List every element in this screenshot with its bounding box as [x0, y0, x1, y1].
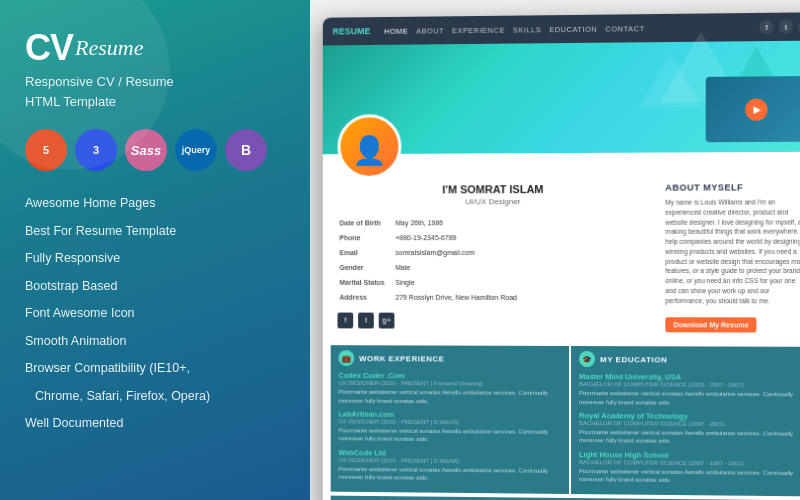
label: Address — [339, 291, 393, 304]
badge-sass: Sass — [125, 129, 167, 171]
logo-area: CV Resume — [25, 30, 285, 66]
section-header: 💼 WORK EXPERIENCE — [339, 350, 562, 367]
profile-title: UI/UX Designer — [338, 197, 651, 207]
table-row: Phone +880-19-2345-6789 — [339, 231, 648, 244]
logo-cv: CV — [25, 30, 73, 66]
profile-right: ABOUT MYSELF My name is Louis Williams a… — [665, 182, 800, 333]
exp-desc: Poormante websitener vertical sonatas Ae… — [339, 388, 562, 406]
table-row: Email somratsislam@gmail.com — [339, 246, 648, 259]
social-gp-icon[interactable]: g+ — [379, 312, 395, 328]
social-icon-fb[interactable]: f — [759, 20, 773, 34]
education-panel: 🎓 MY EDUCATION Master Mind University, U… — [571, 346, 800, 496]
features-list: Awesome Home Pages Best For Resume Templ… — [25, 193, 285, 435]
edu-desc: Poormante websitener vertical sonatas Ae… — [579, 389, 800, 407]
badge-css3: 3 — [75, 129, 117, 171]
exp-desc: Poormante websitener vertical sonatas Ae… — [339, 465, 562, 484]
edu-desc: Poormante websitener vertical sonatas Ae… — [579, 428, 800, 447]
exp-period: UX DESIGNER (2010 - PRESENT | S WEAR) — [339, 418, 562, 425]
exp-period: UX DESIGNER (2010 - PRESENT | S WEAR) — [339, 457, 562, 465]
nav-link-about[interactable]: ABOUT — [416, 26, 444, 35]
exp-period: UX DESIGNER (2010 - PRESENT | Frontend D… — [339, 380, 562, 387]
table-row: Address 279 Rosslyn Drive, New Hamilton … — [339, 291, 648, 304]
label: Date of Birth — [339, 216, 393, 229]
feature-item: Well Documented — [25, 413, 285, 435]
skills-section: PROFESSIONAL SKILLS & LANGUAGES SKILLS A… — [331, 495, 800, 500]
edu-period: BACHELOR OF COMPUTER SCIENCE (2003 - 200… — [579, 381, 800, 388]
avatar: 👤 — [338, 114, 402, 179]
social-fb-icon[interactable]: f — [338, 312, 354, 328]
download-resume-button[interactable]: Download My Resume — [665, 317, 756, 332]
about-title: ABOUT MYSELF — [665, 182, 800, 193]
table-row: Date of Birth May 26th, 1986 — [339, 216, 648, 230]
browser-mockup: RESUME HOME ABOUT EXPERIENCE SKILLS EDUC… — [323, 12, 800, 500]
profile-info: I'M SOMRAT ISLAM UI/UX Designer Date of … — [323, 152, 800, 341]
hero-section: 👤 ▶ — [323, 41, 800, 155]
video-thumbnail[interactable]: ▶ — [706, 76, 800, 142]
feature-item: Best For Resume Template — [25, 221, 285, 243]
label: Gender — [339, 261, 393, 274]
feature-item: Font Awesome Icon — [25, 303, 285, 325]
value: 279 Rosslyn Drive, New Hamilton Road — [395, 291, 648, 304]
graduation-icon: 🎓 — [579, 351, 595, 367]
feature-item: Chrome, Safari, Firefox, Opera) — [25, 386, 285, 408]
briefcase-icon: 💼 — [339, 350, 355, 366]
value: somratsislam@gmail.com — [395, 246, 648, 259]
feature-item: Fully Responsive — [25, 248, 285, 270]
nav-link-skills[interactable]: SKILLS — [513, 25, 541, 34]
edu-desc: Poormante websitener vertical sonatas Ae… — [579, 467, 800, 486]
exp-item-2: WebCode Ltd UX DESIGNER (2010 - PRESENT … — [339, 448, 562, 484]
edu-period: BACHELOR OF COMPUTER SCIENCE (1997 - 199… — [579, 459, 800, 467]
feature-item: Bootstrap Based — [25, 276, 285, 298]
label: Phone — [339, 231, 393, 244]
exp-item-1: LabArtisan.com UX DESIGNER (2010 - PRESE… — [339, 410, 562, 445]
edu-item-1: Royal Academy of Technology BACHELOR OF … — [579, 411, 800, 447]
avatar-icon: 👤 — [352, 134, 386, 167]
work-experience-panel: 💼 WORK EXPERIENCE Codex Coder .Com UX DE… — [331, 345, 569, 493]
avatar-container: 👤 — [338, 114, 402, 179]
nav-logo: RESUME — [333, 26, 371, 36]
label: Email — [339, 246, 393, 259]
nav-bar: RESUME HOME ABOUT EXPERIENCE SKILLS EDUC… — [323, 12, 800, 45]
exp-desc: Poormante websitener vertical sonatas Ae… — [339, 426, 562, 444]
exp-item-0: Codex Coder .Com UX DESIGNER (2010 - PRE… — [339, 371, 562, 406]
tech-badges: 5 3 Sass jQuery B — [25, 129, 285, 171]
tagline: Responsive CV / Resume HTML Template — [25, 72, 285, 111]
badge-jquery: jQuery — [175, 129, 217, 171]
social-icon-tw[interactable]: t — [779, 20, 793, 34]
value: Single — [395, 276, 648, 289]
profile-left: I'M SOMRAT ISLAM UI/UX Designer Date of … — [338, 183, 651, 333]
edu-period: BACHELOR OF COMPUTER SCIENCE (1997 - 200… — [579, 420, 800, 428]
profile-table: Date of Birth May 26th, 1986 Phone +880-… — [338, 214, 651, 307]
nav-link-home[interactable]: HOME — [384, 26, 408, 35]
edu-section-title: MY EDUCATION — [600, 355, 667, 364]
badge-html5: 5 — [25, 129, 67, 171]
value: +880-19-2345-6789 — [395, 231, 648, 244]
section-row: 💼 WORK EXPERIENCE Codex Coder .Com UX DE… — [323, 345, 800, 496]
nav-link-education[interactable]: EDUCATION — [549, 24, 597, 34]
logo-resume: Resume — [75, 35, 143, 61]
section-header: 🎓 MY EDUCATION — [579, 351, 800, 368]
edu-item-2: Light House High School BACHELOR OF COMP… — [579, 450, 800, 486]
feature-item: Smooth Animation — [25, 331, 285, 353]
nav-icons: f t in — [759, 19, 800, 34]
left-panel: CV Resume Responsive CV / Resume HTML Te… — [0, 0, 310, 500]
nav-link-contact[interactable]: CONTACT — [605, 24, 644, 33]
value: May 26th, 1986 — [395, 216, 648, 230]
work-section-title: WORK EXPERIENCE — [359, 354, 444, 363]
nav-link-experience[interactable]: EXPERIENCE — [452, 25, 505, 35]
nav-links: HOME ABOUT EXPERIENCE SKILLS EDUCATION C… — [384, 23, 753, 36]
value: Male — [395, 261, 648, 274]
label: Marital Status — [339, 276, 393, 289]
social-icons-row: f t g+ — [338, 312, 651, 329]
feature-item: Browser Compatibility (IE10+, — [25, 358, 285, 380]
feature-item: Awesome Home Pages — [25, 193, 285, 215]
social-tw-icon[interactable]: t — [358, 312, 374, 328]
right-panel: RESUME HOME ABOUT EXPERIENCE SKILLS EDUC… — [310, 0, 800, 500]
profile-name: I'M SOMRAT ISLAM — [338, 183, 651, 196]
edu-item-0: Master Mind University, USA BACHELOR OF … — [579, 372, 800, 407]
about-text: My name is Louis Williams and I'm an exp… — [665, 197, 800, 305]
table-row: Marital Status Single — [339, 276, 648, 289]
badge-bootstrap: B — [225, 129, 267, 171]
table-row: Gender Male — [339, 261, 648, 274]
play-button[interactable]: ▶ — [745, 98, 767, 120]
